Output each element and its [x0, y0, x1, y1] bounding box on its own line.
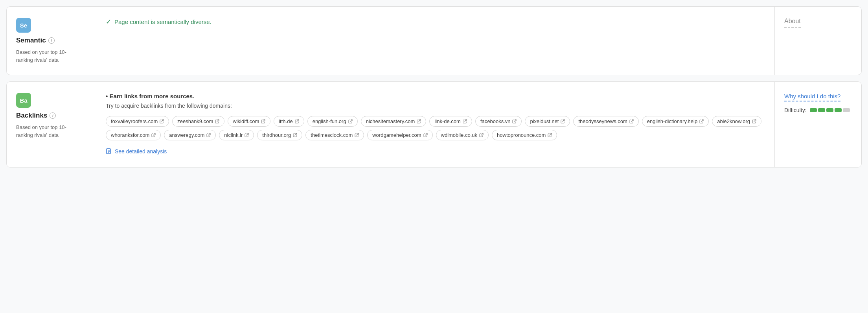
domain-tag[interactable]: english-dictionary.help [642, 116, 709, 127]
semantic-main-col: ✓ Page content is semantically diverse. [93, 7, 775, 75]
semantic-check-message: Page content is semantically diverse. [114, 18, 211, 25]
domain-tag[interactable]: wdimobile.co.uk [436, 130, 489, 140]
backlinks-main-col: • Earn links from more sources. Try to a… [93, 82, 775, 167]
semantic-right-col: About [775, 7, 861, 75]
difficulty-bar [826, 108, 833, 112]
difficulty-row: Difficulty: [784, 107, 852, 113]
why-should-i-link[interactable]: Why should I do this? [784, 93, 840, 101]
domain-tag[interactable]: foxvalleyroofers.com [106, 116, 169, 127]
semantic-badge: Se [16, 18, 31, 33]
backlinks-title-row: Backlinks i [16, 112, 83, 120]
semantic-card: Se Semantic i Based on your top 10- rank… [6, 6, 862, 75]
domain-tags-container: foxvalleyroofers.com zeeshank9.com wikid… [106, 116, 762, 140]
backlinks-right-col: Why should I do this? Difficulty: [775, 82, 861, 167]
backlinks-card: Ba Backlinks i Based on your top 10- ran… [6, 81, 862, 168]
domain-tag[interactable]: answeregy.com [164, 130, 216, 140]
backlinks-info-icon[interactable]: i [50, 112, 56, 119]
difficulty-bar [843, 108, 850, 112]
semantic-subtitle: Based on your top 10- ranking rivals' da… [16, 48, 83, 64]
doc-icon [106, 148, 112, 155]
domain-tag[interactable]: whoranksfor.com [106, 130, 161, 140]
difficulty-bars [810, 108, 850, 112]
difficulty-bar [818, 108, 825, 112]
domain-tag[interactable]: able2know.org [712, 116, 761, 127]
detail-link-label: See detailed analysis [115, 148, 167, 155]
domain-tag[interactable]: zeeshank9.com [172, 116, 224, 127]
semantic-title: Semantic [16, 37, 46, 44]
about-label: About [784, 18, 801, 28]
domain-tag[interactable]: facebooks.vn [475, 116, 522, 127]
difficulty-bar [810, 108, 817, 112]
difficulty-label: Difficulty: [784, 107, 807, 113]
backlinks-subtitle: Based on your top 10- ranking rivals' da… [16, 123, 83, 139]
domain-tag[interactable]: theodysseynews.com [573, 116, 638, 127]
semantic-title-row: Semantic i [16, 37, 83, 44]
semantic-info-icon[interactable]: i [48, 37, 55, 44]
domain-tag[interactable]: niclink.ir [219, 130, 254, 140]
backlinks-badge: Ba [16, 93, 31, 108]
domain-tag[interactable]: pixeldust.net [525, 116, 570, 127]
domain-tag[interactable]: thetimesclock.com [305, 130, 364, 140]
domain-tag[interactable]: link-de.com [429, 116, 472, 127]
backlinks-bullet-header: • Earn links from more sources. [106, 93, 762, 99]
domain-tag[interactable]: itth.de [274, 116, 304, 127]
semantic-check-line: ✓ Page content is semantically diverse. [106, 18, 762, 26]
see-detailed-analysis-link[interactable]: See detailed analysis [106, 148, 167, 155]
domain-tag[interactable]: english-fun.org [307, 116, 358, 127]
domain-tag[interactable]: wordgamehelper.com [367, 130, 432, 140]
difficulty-bar [835, 108, 842, 112]
domain-tag[interactable]: wikidiff.com [228, 116, 270, 127]
domain-tag[interactable]: nichesitemastery.com [361, 116, 427, 127]
backlinks-title: Backlinks [16, 112, 47, 120]
semantic-left-col: Se Semantic i Based on your top 10- rank… [7, 7, 93, 75]
backlinks-sub-text: Try to acquire backlinks from the follow… [106, 103, 762, 109]
domain-tag[interactable]: thirdhour.org [257, 130, 302, 140]
checkmark-icon: ✓ [106, 18, 111, 26]
backlinks-left-col: Ba Backlinks i Based on your top 10- ran… [7, 82, 93, 167]
domain-tag[interactable]: howtopronounce.com [492, 130, 557, 140]
